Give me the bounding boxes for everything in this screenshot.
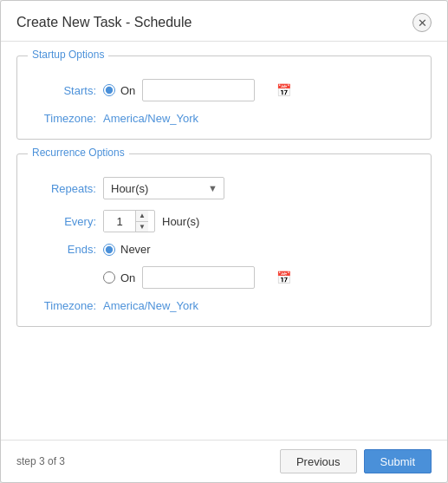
- step-info: step 3 of 3: [16, 455, 65, 467]
- dialog-body: Startup Options Starts: On 📅 Timezone: A…: [1, 42, 447, 440]
- previous-button[interactable]: Previous: [280, 449, 357, 473]
- ends-date-wrapper: 📅: [142, 266, 255, 289]
- ends-on-radio[interactable]: [103, 271, 115, 284]
- repeats-row: Repeats: Minute(s) Hour(s) Day(s) Week(s…: [31, 177, 417, 199]
- every-label: Every:: [31, 215, 96, 228]
- starts-label: Starts:: [31, 84, 96, 97]
- ends-on-row: On 📅: [31, 266, 417, 289]
- create-task-dialog: Create New Task - Schedule ✕ Startup Opt…: [0, 0, 448, 483]
- every-increment-button[interactable]: ▲: [136, 211, 148, 222]
- ends-label: Ends:: [31, 243, 96, 256]
- starts-row: Starts: On 📅: [31, 79, 417, 101]
- ends-calendar-icon[interactable]: 📅: [276, 271, 291, 284]
- dialog-header: Create New Task - Schedule ✕: [1, 1, 447, 42]
- repeats-select-wrapper: Minute(s) Hour(s) Day(s) Week(s) Month(s…: [103, 177, 224, 199]
- every-number-wrapper: ▲ ▼: [103, 210, 155, 232]
- starts-radio-group: On: [103, 84, 135, 97]
- starts-timezone-row: Timezone: America/New_York: [31, 112, 417, 125]
- ends-on-group: On: [103, 271, 135, 284]
- every-decrement-button[interactable]: ▼: [136, 222, 148, 232]
- ends-never-label: Never: [120, 243, 151, 256]
- starts-on-label: On: [120, 84, 135, 97]
- submit-button[interactable]: Submit: [364, 449, 432, 473]
- starts-on-radio[interactable]: [103, 84, 115, 96]
- recurrence-timezone-value: America/New_York: [103, 299, 198, 312]
- recurrence-legend: Recurrence Options: [28, 147, 129, 159]
- footer-buttons: Previous Submit: [280, 449, 432, 473]
- starts-timezone-label: Timezone:: [31, 112, 96, 125]
- repeats-label: Repeats:: [31, 182, 96, 195]
- startup-legend: Startup Options: [28, 49, 108, 61]
- recurrence-timezone-row: Timezone: America/New_York: [31, 299, 417, 312]
- close-button[interactable]: ✕: [412, 13, 432, 32]
- every-number-input[interactable]: [104, 211, 135, 232]
- starts-calendar-icon[interactable]: 📅: [276, 83, 291, 97]
- ends-row: Ends: Never: [31, 243, 417, 256]
- dialog-title: Create New Task - Schedule: [16, 15, 192, 30]
- starts-date-input[interactable]: [146, 84, 276, 96]
- recurrence-timezone-label: Timezone:: [31, 299, 96, 312]
- starts-date-wrapper: 📅: [142, 79, 255, 101]
- dialog-footer: step 3 of 3 Previous Submit: [1, 440, 447, 482]
- recurrence-options-section: Recurrence Options Repeats: Minute(s) Ho…: [16, 153, 432, 327]
- startup-options-section: Startup Options Starts: On 📅 Timezone: A…: [16, 55, 432, 140]
- ends-never-group: Never: [103, 243, 151, 256]
- every-unit-label: Hour(s): [162, 215, 199, 228]
- ends-on-label: On: [120, 271, 135, 284]
- every-spinner: ▲ ▼: [135, 211, 148, 232]
- ends-date-input[interactable]: [146, 271, 276, 284]
- repeats-select[interactable]: Minute(s) Hour(s) Day(s) Week(s) Month(s…: [103, 177, 224, 199]
- every-row: Every: ▲ ▼ Hour(s): [31, 210, 417, 232]
- ends-never-radio[interactable]: [103, 244, 115, 256]
- starts-timezone-value: America/New_York: [103, 112, 198, 125]
